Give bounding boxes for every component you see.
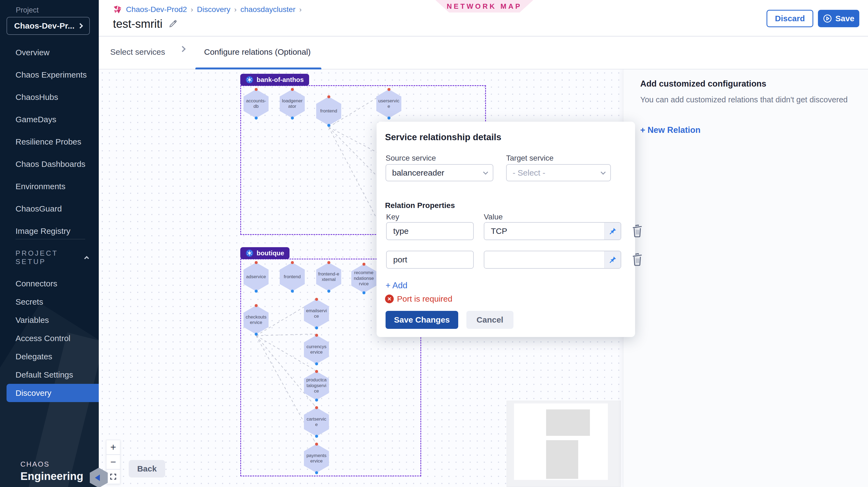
source-port-dot[interactable] bbox=[363, 291, 366, 294]
save-button[interactable]: Save bbox=[818, 10, 859, 27]
modal-title: Service relationship details bbox=[385, 132, 501, 142]
target-port-dot[interactable] bbox=[363, 263, 366, 266]
group-pill-bank-of-anthos[interactable]: bank-of-anthos bbox=[240, 74, 309, 86]
target-port-dot[interactable] bbox=[315, 334, 318, 337]
fullscreen-button[interactable] bbox=[106, 469, 120, 484]
project-selector[interactable]: Chaos-Dev-Pr... bbox=[6, 17, 90, 35]
service-node-paymentservice[interactable]: paymentservice bbox=[304, 444, 329, 473]
project-setup-section-toggle[interactable]: PROJECT SETUP bbox=[16, 249, 89, 266]
pin-button-row1[interactable] bbox=[604, 223, 621, 240]
hexagon: paymentservice bbox=[304, 444, 329, 473]
sidebar-item-overview[interactable]: Overview bbox=[0, 41, 99, 64]
node-label: adservice bbox=[245, 274, 267, 280]
zoom-out-button[interactable]: − bbox=[106, 455, 120, 469]
edit-pencil-icon[interactable] bbox=[168, 20, 177, 28]
target-port-dot[interactable] bbox=[291, 88, 294, 91]
service-node-frontend-bank[interactable]: frontend bbox=[316, 97, 341, 125]
source-port-dot[interactable] bbox=[315, 362, 318, 365]
service-node-emailservice[interactable]: emailservice bbox=[304, 299, 329, 328]
target-service-select[interactable]: - Select - bbox=[506, 164, 611, 181]
group-pill-boutique[interactable]: boutique bbox=[240, 247, 289, 259]
zoom-in-button[interactable]: + bbox=[106, 440, 120, 455]
value-input-row1[interactable] bbox=[484, 223, 604, 240]
sidebar-item-chaosguard[interactable]: ChaosGuard bbox=[0, 197, 99, 220]
service-node-recommendationservice[interactable]: recommendationservice bbox=[351, 264, 376, 293]
breadcrumb-link-project[interactable]: Chaos-Dev-Prod2 bbox=[126, 5, 187, 14]
tab-configure-relations[interactable]: Configure relations (Optional) bbox=[204, 48, 311, 57]
breadcrumb-link-cluster[interactable]: chaosdaycluster bbox=[240, 5, 295, 14]
tab-select-services[interactable]: Select services bbox=[110, 48, 165, 57]
source-port-dot[interactable] bbox=[315, 326, 318, 329]
service-node-checkoutservice[interactable]: checkoutservice bbox=[244, 305, 269, 334]
source-port-dot[interactable] bbox=[291, 290, 294, 293]
cancel-button[interactable]: Cancel bbox=[466, 311, 514, 329]
source-port-dot[interactable] bbox=[255, 117, 258, 120]
sidebar-item-secrets[interactable]: Secrets bbox=[0, 293, 99, 311]
key-input-row2[interactable] bbox=[386, 251, 474, 269]
pin-button-row2[interactable] bbox=[604, 251, 621, 268]
service-node-currencyservice[interactable]: currencyservice bbox=[304, 335, 329, 364]
source-port-dot[interactable] bbox=[255, 290, 258, 293]
service-node-cartservice[interactable]: cartservice bbox=[304, 407, 329, 436]
network-map-label: NETWORK MAP bbox=[447, 2, 522, 11]
save-changes-button[interactable]: Save Changes bbox=[385, 311, 458, 329]
sidebar-item-chaos-experiments[interactable]: Chaos Experiments bbox=[0, 64, 99, 86]
target-port-dot[interactable] bbox=[315, 370, 318, 373]
app-root: Project Chaos-Dev-Pr... Overview Chaos E… bbox=[0, 0, 868, 487]
source-port-dot[interactable] bbox=[315, 398, 318, 401]
target-port-dot[interactable] bbox=[315, 443, 318, 446]
target-port-dot[interactable] bbox=[291, 261, 294, 264]
source-port-dot[interactable] bbox=[327, 124, 330, 127]
sidebar-item-connectors[interactable]: Connectors bbox=[0, 274, 99, 293]
source-service-select[interactable]: balancereader bbox=[385, 164, 493, 181]
sidebar-item-chaos-dashboards[interactable]: Chaos Dashboards bbox=[0, 153, 99, 175]
service-node-accounts-db[interactable]: accounts-db bbox=[244, 89, 269, 118]
sidebar-item-access-control[interactable]: Access Control bbox=[0, 329, 99, 347]
delete-row1-button[interactable] bbox=[631, 224, 644, 238]
node-label: frontend bbox=[318, 108, 339, 114]
minimap[interactable] bbox=[507, 401, 621, 487]
service-node-adservice[interactable]: adservice bbox=[244, 263, 269, 291]
target-port-dot[interactable] bbox=[315, 406, 318, 409]
back-button[interactable]: Back bbox=[129, 460, 165, 478]
pin-icon bbox=[609, 255, 617, 264]
target-port-dot[interactable] bbox=[255, 88, 258, 91]
sidebar-item-delegates[interactable]: Delegates bbox=[0, 347, 99, 366]
service-node-frontend-external[interactable]: frontend-external bbox=[316, 263, 341, 291]
service-node-userservice[interactable]: userservice bbox=[376, 89, 401, 118]
target-port-dot[interactable] bbox=[388, 88, 391, 91]
logo-engineering-label: Engineering bbox=[21, 470, 83, 482]
target-port-dot[interactable] bbox=[327, 95, 330, 98]
target-port-dot[interactable] bbox=[255, 261, 258, 264]
service-node-frontend-boutique[interactable]: frontend bbox=[280, 263, 305, 291]
sidebar-item-resilience-probes[interactable]: Resilience Probes bbox=[0, 131, 99, 153]
breadcrumb-link-discovery[interactable]: Discovery bbox=[197, 5, 230, 14]
validation-error: × Port is required bbox=[385, 294, 452, 304]
value-input-row2[interactable] bbox=[484, 251, 604, 268]
discard-button[interactable]: Discard bbox=[767, 10, 813, 27]
new-relation-button[interactable]: + New Relation bbox=[640, 125, 701, 135]
key-input-row1[interactable] bbox=[386, 222, 474, 240]
sidebar-item-environments[interactable]: Environments bbox=[0, 175, 99, 197]
target-port-dot[interactable] bbox=[315, 298, 318, 301]
sidebar-item-default-settings[interactable]: Default Settings bbox=[0, 366, 99, 384]
hexagon: frontend bbox=[280, 263, 305, 291]
source-port-dot[interactable] bbox=[255, 333, 258, 336]
sidebar-item-gamedays[interactable]: GameDays bbox=[0, 108, 99, 131]
add-property-button[interactable]: + Add bbox=[385, 281, 407, 291]
minimap-group-boutique bbox=[546, 440, 578, 479]
source-port-dot[interactable] bbox=[388, 117, 391, 120]
target-port-dot[interactable] bbox=[327, 261, 330, 264]
target-port-dot[interactable] bbox=[255, 304, 258, 307]
source-port-dot[interactable] bbox=[315, 471, 318, 474]
source-port-dot[interactable] bbox=[327, 290, 330, 293]
sidebar-item-chaoshubs[interactable]: ChaosHubs bbox=[0, 86, 99, 108]
kubernetes-icon bbox=[246, 249, 253, 257]
service-node-loadgenerator[interactable]: loadgenerator bbox=[280, 89, 305, 118]
service-node-productcatalogservice[interactable]: productcatalogservice bbox=[304, 371, 329, 400]
source-port-dot[interactable] bbox=[315, 435, 318, 438]
delete-row2-button[interactable] bbox=[631, 252, 644, 267]
sidebar-item-discovery[interactable]: Discovery bbox=[6, 384, 99, 402]
sidebar-item-variables[interactable]: Variables bbox=[0, 311, 99, 329]
source-port-dot[interactable] bbox=[291, 117, 294, 120]
